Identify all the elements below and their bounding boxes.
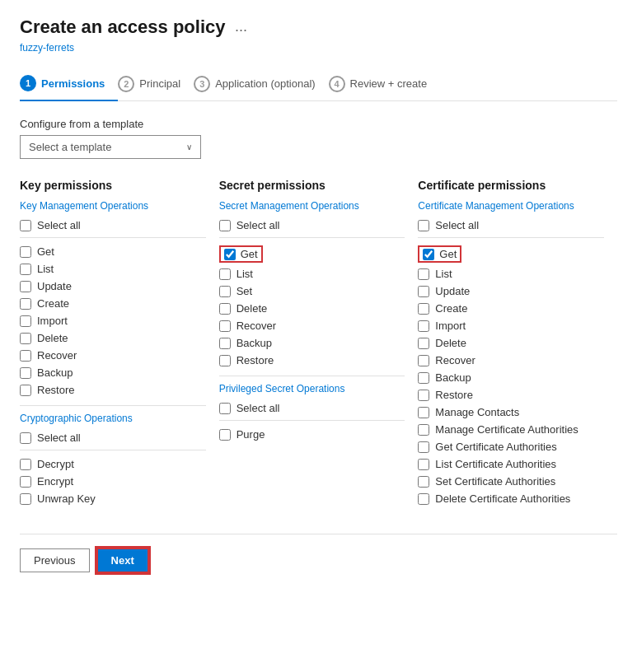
- cert-manage-contacts-checkbox[interactable]: [418, 407, 429, 418]
- step-label-1: Permissions: [41, 77, 105, 90]
- cert-get-ca-checkbox[interactable]: [418, 441, 429, 453]
- secret-restore-item: Restore: [219, 352, 405, 369]
- key-restore-checkbox[interactable]: [20, 385, 31, 396]
- wizard-step-2[interactable]: 2 Principal: [118, 69, 194, 100]
- cert-set-ca-label: Set Certificate Authorities: [435, 475, 555, 488]
- secret-backup-checkbox[interactable]: [219, 338, 231, 349]
- certificate-permissions-column: Certificate permissions Certificate Mana…: [418, 179, 617, 507]
- cert-set-ca-checkbox[interactable]: [418, 476, 429, 488]
- secret-recover-checkbox[interactable]: [219, 320, 231, 332]
- cert-restore-item: Restore: [418, 386, 604, 404]
- cert-list-item: List: [418, 265, 604, 282]
- key-recover-checkbox[interactable]: [20, 350, 31, 362]
- privileged-select-all-checkbox[interactable]: [219, 403, 231, 414]
- crypto-decrypt-checkbox[interactable]: [20, 459, 31, 470]
- crypto-decrypt-item: Decrypt: [20, 455, 206, 473]
- cert-list-checkbox[interactable]: [418, 268, 429, 280]
- cert-list-ca-checkbox[interactable]: [418, 459, 429, 470]
- step-label-2: Principal: [139, 77, 180, 90]
- key-get-label: Get: [37, 245, 54, 258]
- cert-get-label: Get: [439, 248, 457, 260]
- step-circle-3: 3: [194, 76, 210, 92]
- cert-select-all-label: Select all: [435, 219, 479, 231]
- cert-get-checkbox[interactable]: [423, 249, 434, 260]
- cert-update-label: Update: [435, 285, 470, 297]
- key-permissions-column: Key permissions Key Management Operation…: [20, 179, 219, 507]
- cert-import-label: Import: [435, 320, 466, 332]
- step-label-3: Application (optional): [215, 77, 315, 90]
- template-dropdown[interactable]: Select a template ∨: [20, 135, 201, 159]
- cert-backup-checkbox[interactable]: [418, 372, 429, 384]
- step-circle-1: 1: [20, 75, 36, 91]
- secret-get-checkbox[interactable]: [224, 249, 236, 260]
- key-create-checkbox[interactable]: [20, 298, 31, 310]
- secret-select-all-checkbox[interactable]: [219, 220, 231, 231]
- cert-restore-label: Restore: [435, 389, 473, 401]
- crypto-select-all-label: Select all: [37, 432, 81, 444]
- cert-list-ca-item: List Certificate Authorities: [418, 455, 604, 473]
- crypto-unwrapkey-checkbox[interactable]: [20, 493, 31, 505]
- cert-import-checkbox[interactable]: [418, 320, 429, 332]
- cert-delete-checkbox[interactable]: [418, 338, 429, 349]
- cert-delete-item: Delete: [418, 334, 604, 352]
- cert-manage-ca-checkbox[interactable]: [418, 424, 429, 436]
- template-section: Configure from a template Select a templ…: [20, 118, 617, 159]
- cert-manage-contacts-item: Manage Contacts: [418, 404, 604, 421]
- key-update-checkbox[interactable]: [20, 281, 31, 292]
- cert-delete-ca-checkbox[interactable]: [418, 493, 429, 505]
- key-backup-label: Backup: [37, 366, 73, 379]
- previous-button[interactable]: Previous: [20, 548, 90, 572]
- cert-backup-label: Backup: [435, 371, 471, 384]
- cert-select-all-checkbox[interactable]: [418, 220, 429, 231]
- page-header: Create an access policy ··· fuzzy-ferret…: [20, 16, 617, 54]
- key-permissions-title: Key permissions: [20, 179, 206, 192]
- secret-get-highlighted: Get: [219, 245, 263, 263]
- secret-management-section-title: Secret Management Operations: [219, 200, 405, 212]
- wizard-step-4[interactable]: 4 Review + create: [329, 69, 441, 100]
- secret-purge-checkbox[interactable]: [219, 429, 231, 441]
- cert-recover-checkbox[interactable]: [418, 355, 429, 366]
- key-create-item: Create: [20, 295, 206, 312]
- wizard-step-1[interactable]: 1 Permissions: [20, 68, 118, 101]
- cert-select-all-item: Select all: [418, 217, 604, 234]
- crypto-unwrapkey-label: Unwrap Key: [37, 492, 96, 505]
- cert-recover-label: Recover: [435, 354, 475, 366]
- secret-list-item: List: [219, 265, 405, 282]
- key-backup-checkbox[interactable]: [20, 367, 31, 379]
- cert-backup-item: Backup: [418, 369, 604, 386]
- secret-restore-checkbox[interactable]: [219, 355, 231, 366]
- cert-list-label: List: [435, 268, 452, 280]
- key-restore-label: Restore: [37, 384, 75, 396]
- key-import-checkbox[interactable]: [20, 315, 31, 327]
- key-list-checkbox[interactable]: [20, 264, 31, 275]
- key-restore-item: Restore: [20, 381, 206, 399]
- key-get-checkbox[interactable]: [20, 246, 31, 258]
- cert-import-item: Import: [418, 317, 604, 334]
- chevron-down-icon: ∨: [186, 142, 192, 152]
- step-circle-2: 2: [118, 76, 134, 92]
- crypto-encrypt-checkbox[interactable]: [20, 476, 31, 488]
- key-recover-item: Recover: [20, 347, 206, 364]
- key-backup-item: Backup: [20, 364, 206, 381]
- wizard-step-3[interactable]: 3 Application (optional): [194, 69, 328, 100]
- next-button[interactable]: Next: [96, 548, 149, 573]
- privileged-secret-section-title: Privileged Secret Operations: [219, 383, 405, 394]
- secret-restore-label: Restore: [237, 354, 274, 366]
- secret-backup-label: Backup: [237, 337, 272, 349]
- secret-delete-item: Delete: [219, 300, 405, 317]
- cert-update-checkbox[interactable]: [418, 286, 429, 297]
- cert-restore-checkbox[interactable]: [418, 390, 429, 401]
- secret-set-checkbox[interactable]: [219, 286, 231, 297]
- certificate-management-section-title: Certificate Management Operations: [418, 200, 604, 212]
- secret-get-item: Get: [219, 243, 405, 265]
- cert-delete-ca-item: Delete Certificate Authorities: [418, 490, 604, 507]
- key-delete-checkbox[interactable]: [20, 333, 31, 344]
- cert-create-checkbox[interactable]: [418, 303, 429, 315]
- secret-delete-checkbox[interactable]: [219, 303, 231, 315]
- crypto-select-all-checkbox[interactable]: [20, 432, 31, 444]
- cert-manage-contacts-label: Manage Contacts: [435, 406, 519, 418]
- crypto-encrypt-label: Encrypt: [37, 475, 73, 488]
- breadcrumb[interactable]: fuzzy-ferrets: [20, 42, 617, 54]
- secret-list-checkbox[interactable]: [219, 268, 231, 280]
- key-select-all-checkbox[interactable]: [20, 220, 31, 231]
